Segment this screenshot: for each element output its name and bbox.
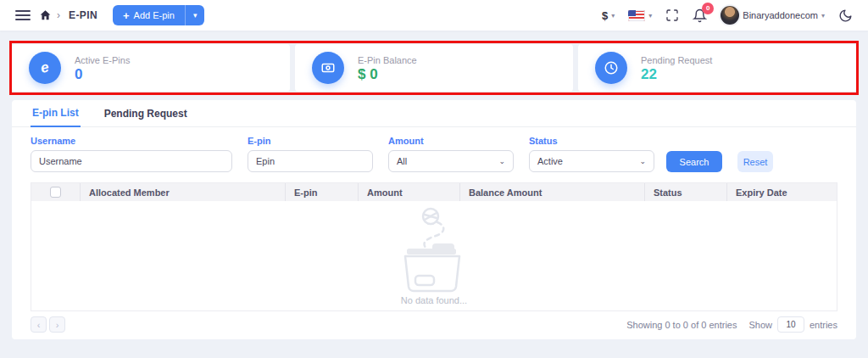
- pagination-bar: ‹ › Showing 0 to 0 of 0 entries Show ent…: [12, 311, 856, 339]
- top-navbar: › E-PIN + Add E-pin ▾ $ ▾ ▾ 0: [0, 0, 868, 31]
- breadcrumb-separator-icon: ›: [57, 9, 60, 21]
- epin-icon: e: [29, 52, 61, 84]
- amount-label: Amount: [388, 136, 514, 146]
- fullscreen-button[interactable]: [665, 8, 679, 22]
- stat-card-active-epins: e Active E-Pins 0: [12, 44, 290, 92]
- currency-selector[interactable]: $ ▾: [602, 9, 615, 22]
- table-header-row: Allocated Member E-pin Amount Balance Am…: [31, 182, 837, 201]
- column-header: Allocated Member: [81, 183, 286, 201]
- stat-value: 0: [75, 67, 130, 81]
- tab-pending-request[interactable]: Pending Request: [103, 108, 189, 126]
- user-menu[interactable]: Binaryaddonecom ▾: [721, 6, 825, 25]
- home-icon[interactable]: [39, 9, 52, 21]
- column-header: Balance Amount: [460, 183, 645, 201]
- breadcrumb: E-PIN: [69, 9, 97, 21]
- tab-epin-list[interactable]: E-pin List: [31, 107, 81, 127]
- add-epin-dropdown-toggle[interactable]: ▾: [185, 5, 205, 25]
- plus-icon: +: [123, 9, 130, 22]
- column-header: E-pin: [286, 183, 359, 201]
- username-label: Binaryaddonecom: [743, 10, 818, 20]
- moon-icon: [838, 8, 853, 23]
- empty-folder-icon: [383, 205, 485, 294]
- epin-label: E-pin: [248, 136, 373, 146]
- stat-label: E-Pin Balance: [358, 55, 417, 65]
- chevron-down-icon: ⌄: [498, 157, 505, 165]
- status-select[interactable]: Active ⌄: [529, 150, 654, 172]
- column-header: Amount: [359, 183, 460, 201]
- search-button[interactable]: Search: [666, 151, 722, 172]
- stat-value: $ 0: [358, 67, 417, 81]
- column-header: Status: [645, 183, 727, 201]
- entries-summary: Showing 0 to 0 of 0 entries: [626, 320, 737, 330]
- page-size-input[interactable]: [777, 316, 804, 333]
- stat-label: Pending Request: [641, 55, 712, 65]
- username-label: Username: [31, 136, 232, 146]
- column-header: Expiry Date: [727, 183, 837, 201]
- status-label: Status: [529, 136, 654, 146]
- fullscreen-icon: [665, 8, 679, 22]
- entries-label: entries: [810, 320, 837, 330]
- epin-input[interactable]: [248, 150, 373, 172]
- show-label: Show: [748, 320, 772, 330]
- notification-badge: 0: [702, 3, 714, 14]
- tab-bar: E-pin List Pending Request: [12, 100, 856, 127]
- epin-table: Allocated Member E-pin Amount Balance Am…: [31, 182, 837, 311]
- stat-card-pending-request: Pending Request 22: [578, 44, 856, 92]
- avatar: [721, 6, 739, 25]
- stat-card-epin-balance: E-Pin Balance $ 0: [295, 44, 573, 92]
- username-input[interactable]: [31, 150, 232, 172]
- empty-state-text: No data found...: [401, 295, 467, 305]
- us-flag-icon: [628, 10, 645, 21]
- previous-page-button[interactable]: ‹: [31, 316, 47, 333]
- next-page-button[interactable]: ›: [49, 316, 65, 333]
- chevron-down-icon: ▾: [611, 12, 615, 20]
- reset-button[interactable]: Reset: [737, 151, 773, 172]
- cash-icon: [312, 52, 344, 84]
- select-all-checkbox[interactable]: [50, 187, 61, 198]
- stat-value: 22: [641, 67, 712, 81]
- add-epin-label: Add E-pin: [134, 10, 175, 20]
- chevron-down-icon: ▾: [821, 12, 825, 20]
- epin-panel: E-pin List Pending Request Username E-pi…: [12, 100, 856, 339]
- language-selector[interactable]: ▾: [628, 10, 652, 21]
- empty-state: No data found...: [31, 201, 837, 310]
- notifications-button[interactable]: 0: [693, 8, 707, 23]
- dark-mode-toggle[interactable]: [838, 8, 853, 23]
- clock-icon: [595, 52, 627, 84]
- stats-section: e Active E-Pins 0 E-Pin Balance $ 0: [12, 44, 856, 92]
- filter-bar: Username E-pin Amount All ⌄ Status Activ…: [12, 127, 856, 172]
- stat-label: Active E-Pins: [75, 55, 130, 65]
- chevron-down-icon: ⌄: [639, 157, 646, 165]
- amount-select[interactable]: All ⌄: [388, 150, 514, 172]
- menu-toggle-icon[interactable]: [15, 10, 31, 20]
- add-epin-button[interactable]: + Add E-pin ▾: [113, 5, 204, 25]
- chevron-down-icon: ▾: [648, 12, 652, 20]
